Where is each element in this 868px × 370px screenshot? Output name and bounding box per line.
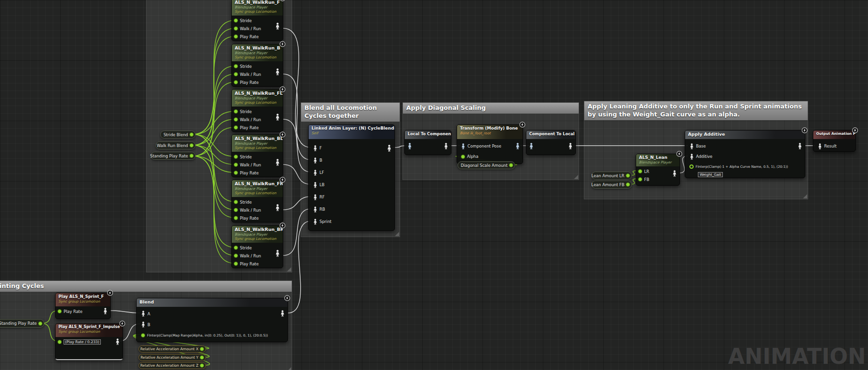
pin-alpha-expression[interactable]: FInterp(Clamp(-1 + Alpha Curve Name, 0.5… <box>688 162 805 171</box>
comment-title[interactable]: Sprinting Cycles <box>0 281 292 292</box>
float-output-pin[interactable] <box>200 355 204 360</box>
pose-input-pin[interactable] <box>818 143 822 149</box>
pose-input-pin[interactable] <box>313 206 318 213</box>
node-als-n-walkrun-b[interactable]: ALS_N_WalkRun_B Blendspace Player Sync g… <box>231 44 283 87</box>
pose-output-pin[interactable] <box>275 204 280 211</box>
float-pin[interactable] <box>638 169 642 173</box>
float-pin[interactable] <box>234 80 238 84</box>
pill-lean-amount-fb[interactable]: Lean Amount FB <box>591 181 632 189</box>
node-als-n-walkrun-br[interactable]: ALS_N_WalkRun_BR Blendspace Player Sync … <box>231 225 283 268</box>
node-als-n-lean[interactable]: ALS_N_Lean Blendspace Player LR FB <box>636 154 680 186</box>
float-output-pin[interactable] <box>189 154 194 158</box>
comment-title[interactable]: Apply Leaning Additive to only the Run a… <box>584 101 808 120</box>
pose-output-pin[interactable] <box>672 170 677 177</box>
pose-output-pin[interactable] <box>275 114 280 121</box>
float-pin[interactable] <box>234 34 238 39</box>
node-play-als-n-sprint-f-impulse[interactable]: Play ALS_N_Sprint_F_Impulse Sync group L… <box>55 323 123 360</box>
pin-rb[interactable]: RB <box>311 203 394 215</box>
float-pin[interactable] <box>638 177 642 181</box>
pill-standing-play-rate-sprint[interactable]: Standing Play Rate <box>0 319 44 328</box>
comment-title[interactable]: Blend all Locomotion Cycles together <box>301 103 400 122</box>
float-pin[interactable] <box>234 262 238 266</box>
float-pin[interactable] <box>234 200 238 204</box>
float-output-pin[interactable] <box>189 143 194 148</box>
pose-output-pin[interactable] <box>443 143 449 149</box>
pin-base[interactable]: Base <box>688 141 805 151</box>
pose-input-pin[interactable] <box>141 311 146 317</box>
float-output-pin[interactable] <box>189 132 194 137</box>
float-pin[interactable] <box>234 117 238 122</box>
pose-output-pin[interactable] <box>280 310 285 317</box>
pill-stride-blend[interactable]: Stride Blend <box>160 131 196 139</box>
float-output-pin[interactable] <box>38 321 42 326</box>
pose-input-pin[interactable] <box>689 143 694 149</box>
pill-standing-play-rate[interactable]: Standing Play Rate <box>151 152 196 160</box>
pose-input-pin[interactable] <box>313 219 318 225</box>
pose-output-pin[interactable] <box>275 250 280 257</box>
node-linked-anim-layer[interactable]: Linked Anim Layer: (N) CycleBlending Sel… <box>308 124 395 231</box>
pose-output-pin[interactable] <box>275 159 280 166</box>
float-output-pin[interactable] <box>200 363 204 368</box>
pill-relative-acceleration-y[interactable]: Relative Acceleration Amount Y <box>139 354 206 361</box>
node-component-to-local[interactable]: Component To Local <box>526 130 576 155</box>
float-pin[interactable] <box>234 72 238 76</box>
pin-alpha-expression[interactable]: FInterp(Clamp(Map Range(Alpha, in(0: 0.2… <box>139 330 287 341</box>
float-pin[interactable] <box>461 155 465 159</box>
node-als-n-walkrun-fl[interactable]: ALS_N_WalkRun_FL Blendspace Player Sync … <box>231 89 283 132</box>
pill-walk-run-blend[interactable]: Walk Run Blend <box>156 141 196 149</box>
pin-play-rate[interactable]: Play Rate <box>232 214 283 222</box>
pose-output-pin[interactable] <box>568 143 573 149</box>
pose-output-pin[interactable] <box>515 143 520 149</box>
float-pin[interactable] <box>234 163 238 167</box>
pose-input-pin[interactable] <box>313 194 318 200</box>
pose-output-pin[interactable] <box>275 68 280 75</box>
pin-play-rate[interactable]: Play Rate <box>232 169 283 177</box>
pin-lf[interactable]: LF <box>311 166 394 179</box>
pin-sprint[interactable]: Sprint <box>311 215 394 228</box>
pose-input-pin[interactable] <box>313 145 318 151</box>
float-pin[interactable] <box>234 155 238 159</box>
pose-input-pin[interactable] <box>313 182 318 188</box>
float-output-pin[interactable] <box>626 173 630 178</box>
pose-input-pin[interactable] <box>529 143 534 149</box>
pin-a[interactable]: A <box>139 308 287 319</box>
pose-input-pin[interactable] <box>141 321 146 328</box>
node-als-n-walkrun-fr[interactable]: ALS_N_WalkRun_FR Blendspace Player Sync … <box>231 180 283 222</box>
float-output-pin[interactable] <box>626 182 630 187</box>
pose-output-pin[interactable] <box>386 145 392 152</box>
pin-lb[interactable]: LB <box>311 179 394 191</box>
pin-b[interactable]: B <box>311 154 394 166</box>
float-pin[interactable] <box>689 164 694 169</box>
pin-f[interactable]: F <box>311 142 394 154</box>
node-play-als-n-sprint-f[interactable]: Play ALS_N_Sprint_F Sync group Locomotio… <box>55 293 111 319</box>
pin-play-rate-expression[interactable]: (Play Rate / 0.233) <box>56 338 123 346</box>
float-pin[interactable] <box>234 109 238 114</box>
pose-output-pin[interactable] <box>103 308 108 314</box>
pill-relative-acceleration-x[interactable]: Relative Acceleration Amount X <box>139 345 206 353</box>
node-als-n-walkrun-bl[interactable]: ALS_N_WalkRun_BL Blendspace Player Sync … <box>231 134 283 177</box>
pin-rf[interactable]: RF <box>311 191 394 203</box>
pin-result[interactable]: Result <box>816 141 855 151</box>
float-output-pin[interactable] <box>509 163 513 167</box>
float-pin[interactable] <box>57 340 62 344</box>
node-blend[interactable]: Blend A B FInterp(Clamp(Map Range(Alpha,… <box>136 298 288 342</box>
node-apply-additive[interactable]: Apply Additive Base Additive FInterp(Cla… <box>685 130 805 178</box>
pin-b[interactable]: B <box>139 319 287 330</box>
pose-output-pin[interactable] <box>115 338 120 345</box>
pin-additive[interactable]: Additive <box>688 151 805 162</box>
float-pin[interactable] <box>234 18 238 23</box>
pose-output-pin[interactable] <box>275 23 280 30</box>
float-pin[interactable] <box>234 125 238 130</box>
float-pin[interactable] <box>141 333 145 337</box>
pill-relative-acceleration-z[interactable]: Relative Acceleration Amount Z <box>139 362 206 369</box>
curve-name-tag[interactable]: Weight_Gait <box>698 172 723 177</box>
pin-play-rate[interactable]: Play Rate <box>232 33 283 41</box>
float-pin[interactable] <box>234 64 238 68</box>
pin-play-rate[interactable]: Play Rate <box>232 260 283 268</box>
pose-input-pin[interactable] <box>313 157 318 164</box>
pill-diagonal-scale-amount[interactable]: Diagonal Scale Amount <box>458 161 515 169</box>
pin-alpha[interactable]: Alpha <box>459 151 523 162</box>
pin-play-rate[interactable]: Play Rate <box>232 78 283 86</box>
pose-output-pin[interactable] <box>797 143 802 149</box>
pose-input-pin[interactable] <box>407 143 412 149</box>
